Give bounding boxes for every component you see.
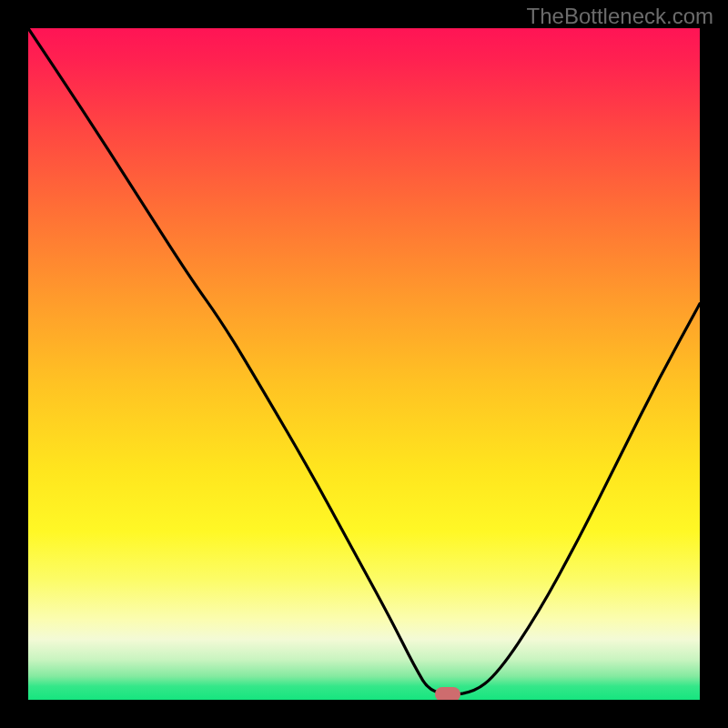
bottleneck-curve-path — [28, 28, 700, 694]
chart-plot-area — [28, 28, 700, 700]
watermark-text: TheBottleneck.com — [527, 4, 713, 29]
chart-curve — [28, 28, 700, 700]
optimal-point-marker — [435, 687, 460, 700]
